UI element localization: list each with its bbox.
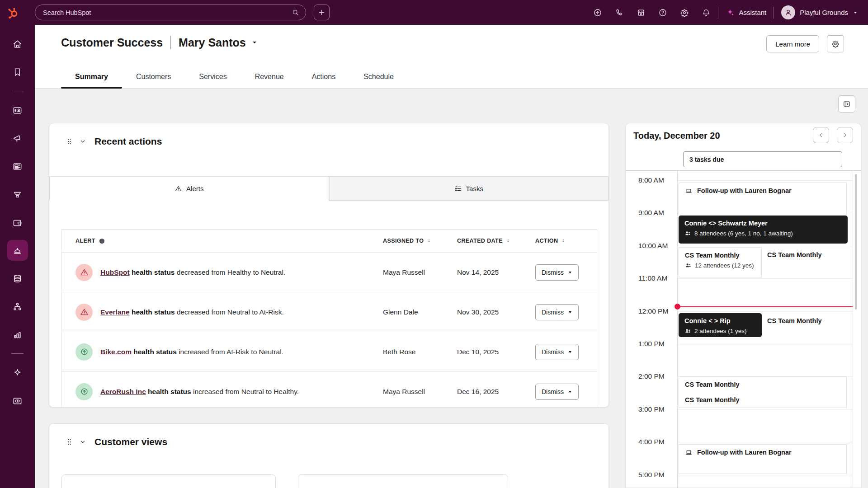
sidebar-item-bookmarks[interactable] [7,61,28,82]
drag-handle-icon[interactable] [66,437,73,447]
dismiss-button[interactable]: Dismiss [535,264,579,281]
hour-label: 4:00 PM [638,438,675,446]
customer-view-tile[interactable] [61,474,276,488]
assistant-button[interactable]: Assistant [726,8,766,17]
calendar-event[interactable]: CS Team Monthly [767,313,847,343]
owner-selector[interactable]: Mary Santos [179,36,258,49]
panel-toggle-button[interactable] [838,95,855,113]
sidebar-item-automations[interactable] [7,296,28,317]
hour-gridline [677,180,853,181]
tasks-due-button[interactable]: 3 tasks due [683,151,842,167]
learn-more-button[interactable]: Learn more [766,35,819,52]
help-icon[interactable] [658,8,667,17]
column-header[interactable]: CREATED DATE [457,238,535,244]
tab-actions[interactable]: Actions [298,73,349,88]
notifications-icon[interactable] [702,8,711,17]
create-button[interactable] [314,5,330,20]
collapse-chevron-icon[interactable] [79,438,86,446]
info-icon[interactable] [99,238,105,244]
column-header[interactable]: ACTION [535,238,597,244]
calendar-scrollbar[interactable] [855,174,857,310]
sidebar-item-home[interactable] [7,33,28,54]
column-header: ALERT [62,238,383,244]
sidebar-item-contacts[interactable] [7,100,28,121]
grid-right-border [853,170,853,488]
wallet-icon [12,217,23,228]
assistant-label: Assistant [739,9,766,16]
now-indicator-line [677,306,853,307]
hour-label: 12:00 PM [638,307,675,315]
calendar-event[interactable]: Connie < > Rip2 attendees (1 yes) [679,313,762,337]
chevron-right-icon [842,132,848,138]
collapse-chevron-icon[interactable] [79,138,86,145]
sidebar-item-content[interactable] [7,156,28,177]
service-bell-icon [12,245,23,256]
person-icon [784,8,793,17]
caret-down-icon [568,310,572,314]
sidebar-item-marketing[interactable] [7,128,28,149]
tab-services[interactable]: Services [185,73,241,88]
sidebar-item-developer[interactable] [7,390,28,411]
sort-icon[interactable] [427,238,431,244]
tab-tasks[interactable]: Tasks [329,176,609,201]
section-title: Recent actions [94,136,162,147]
calendar-event[interactable]: CS Team MonthlyCS Team Monthly [679,376,847,408]
upgrade-icon[interactable] [593,8,602,17]
calendar-event[interactable]: CS Team Monthly [767,247,847,277]
dismiss-button[interactable]: Dismiss [535,304,579,320]
tab-revenue[interactable]: Revenue [241,73,298,88]
sidebar-item-data[interactable] [7,268,28,289]
sidebar-item-reporting[interactable] [7,324,28,345]
drag-handle-icon[interactable] [66,136,73,146]
calendar-event[interactable]: Connie <> Schwartz Meyer8 attendees (6 y… [679,216,848,244]
marketplace-icon[interactable] [637,8,646,17]
page-title: Customer Success [61,36,163,49]
code-icon [12,396,23,406]
sidebar-divider [11,353,24,354]
assigned-to-cell: Maya Russell [383,268,457,277]
settings-button[interactable] [827,35,844,52]
alert-message: Bike.com health status increased from At… [100,348,283,356]
tab-alerts[interactable]: Alerts [49,176,329,201]
company-link[interactable]: AeroRush Inc [100,388,146,395]
sparkle-icon [12,368,23,378]
calling-icon[interactable] [615,8,624,17]
tab-summary[interactable]: Summary [61,73,122,88]
calendar-event[interactable]: CS Team Monthly12 attendees (12 yes) [679,247,762,277]
search-icon [292,9,299,16]
sidebar-item-commerce[interactable] [7,212,28,233]
calendar-event[interactable]: Follow-up with Lauren Bognar [679,183,847,216]
tab-schedule[interactable]: Schedule [349,73,408,88]
company-link[interactable]: Bike.com [100,348,132,356]
alerts-table-body: HubSpot health status decreased from Hea… [62,252,597,408]
calendar-event[interactable]: Follow-up with Lauren Bognar [679,444,847,474]
calendar-next-button[interactable] [837,127,853,143]
customer-view-tile[interactable] [298,474,508,488]
hour-gridline [677,344,853,344]
caret-down-icon [568,270,572,275]
section-title: Customer views [94,436,167,447]
calendar-prev-button[interactable] [813,127,829,143]
alert-task-tabs: AlertsTasks [49,176,609,201]
sort-icon[interactable] [506,238,510,244]
settings-icon[interactable] [680,8,689,17]
topbar: Assistant Playful Grounds [0,0,868,25]
company-link[interactable]: HubSpot [100,268,130,276]
column-header[interactable]: ASSIGNED TO [383,238,457,244]
sort-icon[interactable] [561,238,566,244]
tab-customers[interactable]: Customers [122,73,185,88]
search-input[interactable] [35,9,292,16]
dismiss-button[interactable]: Dismiss [535,344,579,360]
dismiss-button[interactable]: Dismiss [535,384,579,400]
account-menu[interactable]: Playful Grounds [781,5,858,19]
sidebar-item-sales[interactable] [7,184,28,205]
sidebar-item-ai[interactable] [7,362,28,383]
sidebar-item-service[interactable] [7,240,28,261]
alerts-table: ALERTASSIGNED TOCREATED DATEACTION HubSp… [61,229,597,408]
global-search[interactable] [35,5,306,20]
assistant-sparkle-icon [726,8,735,17]
title-divider [170,36,171,49]
company-link[interactable]: Everlane [100,308,130,316]
hubspot-logo-icon[interactable] [6,6,20,19]
health-down-icon [75,304,93,321]
